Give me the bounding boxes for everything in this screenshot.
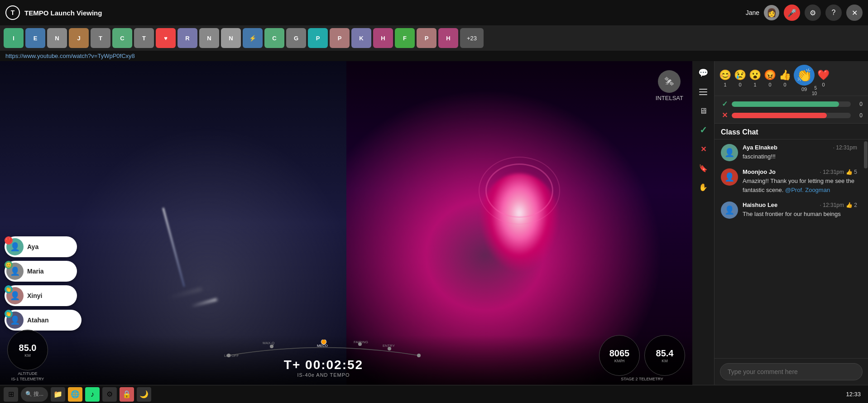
hand-icon-btn[interactable]: ✋ — [695, 179, 711, 195]
close-button[interactable]: ✕ — [846, 5, 863, 21]
participant-thumb[interactable]: C — [264, 28, 284, 48]
participant-thumb[interactable]: E — [25, 28, 45, 48]
check-icon-btn[interactable]: ✓ — [695, 122, 711, 138]
chat-text: Amazing!! Thank you for letting me see t… — [743, 177, 857, 194]
participant-thumb[interactable]: H — [373, 28, 393, 48]
comment-input[interactable] — [720, 363, 863, 380]
poll-yes-count: 0 — [854, 101, 863, 107]
chat-time: · 12:31pm — [820, 169, 844, 175]
taskbar: ⊞ 🔍 搜... 📁 🌐 ♪ ⚙ 🔒 🌙 12:33 — [0, 385, 868, 403]
participant-thumb[interactable]: G — [286, 28, 306, 48]
chat-section: Class Chat 👤 Aya Elnakeb · 12:31pm — [715, 124, 868, 385]
right-panel: 😊 1 😢 0 😮 1 😡 0 👍 0 👏 09 — [714, 61, 868, 385]
chat-time: · 12:31pm — [820, 202, 844, 208]
mic-button[interactable]: 🎤 — [784, 5, 800, 21]
reaction-xinyi: 👤 👏 Xinyi — [5, 285, 82, 306]
participant-thumb[interactable]: J — [69, 28, 89, 48]
angry-emoji[interactable]: 😡 — [764, 69, 776, 81]
user-avatar: 👩 — [764, 5, 779, 20]
taskbar-moon-icon[interactable]: 🌙 — [137, 387, 151, 402]
more-participants-badge[interactable]: +23 — [460, 28, 484, 48]
participant-thumb[interactable]: R — [177, 28, 197, 48]
top-bar-controls: Jane 👩 🎤 ⚙ ? ✕ — [746, 5, 863, 21]
reaction-maria: 👤 😊 Maria — [5, 261, 82, 282]
poll-no-icon: ✕ — [720, 111, 729, 120]
participant-thumb[interactable]: N — [47, 28, 67, 48]
reaction-atahan: 👤 👏 Atahan — [5, 310, 82, 331]
participant-thumb[interactable]: P — [330, 28, 350, 48]
intelsat-logo: 🛰 INTELSAT — [656, 70, 683, 101]
screen-icon-btn[interactable]: 🖥 — [695, 103, 711, 119]
reaction-name: Aya — [27, 243, 38, 250]
participant-thumb[interactable]: N — [221, 28, 241, 48]
chat-icon-btn[interactable]: 💬 — [695, 65, 711, 81]
taskbar-music-icon[interactable]: ♪ — [85, 387, 100, 402]
participant-thumb[interactable]: C — [112, 28, 132, 48]
settings-button[interactable]: ⚙ — [805, 5, 821, 21]
video-area: 🛰 INTELSAT 👤 ❤️ Aya — [0, 61, 692, 385]
svg-rect-13 — [699, 91, 707, 92]
menu-icon-btn[interactable] — [695, 84, 711, 100]
chat-msg-body: Moonjoo Jo · 12:31pm 👍 5 Amazing!! Thank… — [743, 168, 857, 194]
participant-thumb[interactable]: T — [91, 28, 110, 48]
reaction-bubble: 👤 👏 Xinyi — [5, 285, 77, 306]
help-button[interactable]: ? — [825, 5, 842, 21]
taskbar-windows-icon[interactable]: ⊞ — [4, 387, 18, 402]
participant-thumb[interactable]: N — [199, 28, 219, 48]
participant-thumb[interactable]: ⚡ — [243, 28, 263, 48]
url-bar: https://www.youtube.com/watch?v=TyWpP0fC… — [0, 51, 868, 61]
smile-emoji[interactable]: 😊 — [719, 69, 731, 81]
taskbar-browser-icon[interactable]: 🌐 — [68, 387, 82, 402]
side-icons: 💬 🖥 ✓ ✕ 🔖 ✋ — [692, 61, 714, 385]
mission-timer: T+ 00:02:52 — [284, 358, 363, 372]
svg-rect-12 — [699, 89, 707, 90]
poll-yes-icon: ✓ — [720, 100, 729, 108]
chat-scrollbar[interactable] — [863, 139, 868, 358]
poll-row-yes: ✓ 0 — [720, 100, 863, 108]
sad-emoji[interactable]: 😢 — [734, 69, 746, 81]
poll-yes-bar — [732, 101, 851, 107]
taskbar-settings-icon[interactable]: ⚙ — [102, 387, 117, 402]
chat-avatar-haishuo: 👤 — [721, 202, 738, 219]
telem-center: LIFTOFF MAX-Q MECO FAIRING ENTRY T+ 00:0… — [57, 340, 590, 381]
svg-text:MAX-Q: MAX-Q — [263, 341, 274, 345]
chat-time: · 12:31pm — [833, 144, 857, 151]
reaction-bubble: 👤 ❤️ Aya — [5, 236, 77, 257]
participant-thumb[interactable]: P — [308, 28, 328, 48]
chat-username: Haishuo Lee — [743, 202, 777, 208]
chat-message: 👤 Haishuo Lee · 12:31pm 👍 2 The last fro… — [721, 202, 857, 219]
chat-text: The last frontier for our human beings — [743, 210, 857, 219]
close-icon-btn[interactable]: ✕ — [695, 141, 711, 157]
taskbar-file-icon[interactable]: 📁 — [51, 387, 65, 402]
bookmark-icon-btn[interactable]: 🔖 — [695, 160, 711, 176]
participant-thumb[interactable]: F — [395, 28, 415, 48]
taskbar-search-icon[interactable]: 🔍 搜... — [21, 387, 48, 402]
participant-thumb[interactable]: ♥ — [156, 28, 176, 48]
reaction-name: Xinyi — [27, 292, 42, 299]
chat-username: Aya Elnakeb — [743, 144, 777, 151]
participant-thumb[interactable]: P — [417, 28, 436, 48]
user-name: Jane — [746, 9, 759, 16]
participant-thumb[interactable]: K — [351, 28, 371, 48]
taskbar-lock-icon[interactable]: 🔒 — [120, 387, 134, 402]
clap-emoji-selected[interactable]: 👏 — [794, 65, 815, 86]
chat-username: Moonjoo Jo — [743, 168, 776, 175]
participant-thumb[interactable]: H — [438, 28, 458, 48]
heart-emoji[interactable]: ❤️ — [817, 69, 830, 81]
stage2-alt-gauge: 85.4 KM — [644, 335, 685, 376]
main-content: 🛰 INTELSAT 👤 ❤️ Aya — [0, 61, 868, 385]
participants-strip: I E N J T C T ♥ R N N ⚡ C G P P K H F P … — [0, 25, 868, 51]
participant-thumb[interactable]: T — [134, 28, 154, 48]
chat-mention: @Prof. Zoogman — [785, 187, 830, 193]
emoji-item-angry: 😡 0 — [764, 69, 776, 87]
emoji-bar: 😊 1 😢 0 😮 1 😡 0 👍 0 👏 09 — [715, 61, 868, 96]
chat-messages[interactable]: 👤 Aya Elnakeb · 12:31pm fascinating!!! — [715, 139, 863, 358]
thumbsup-emoji[interactable]: 👍 — [779, 69, 791, 81]
scrollbar-thumb[interactable] — [864, 141, 868, 168]
wow-emoji[interactable]: 😮 — [749, 69, 761, 81]
svg-text:ENTRY: ENTRY — [383, 344, 395, 348]
app-title: TEMPO Launch Viewing — [24, 9, 741, 17]
participant-thumb[interactable]: I — [4, 28, 24, 48]
svg-text:FAIRING: FAIRING — [354, 340, 368, 344]
trajectory-arc: LIFTOFF MAX-Q MECO FAIRING ENTRY — [57, 340, 590, 358]
